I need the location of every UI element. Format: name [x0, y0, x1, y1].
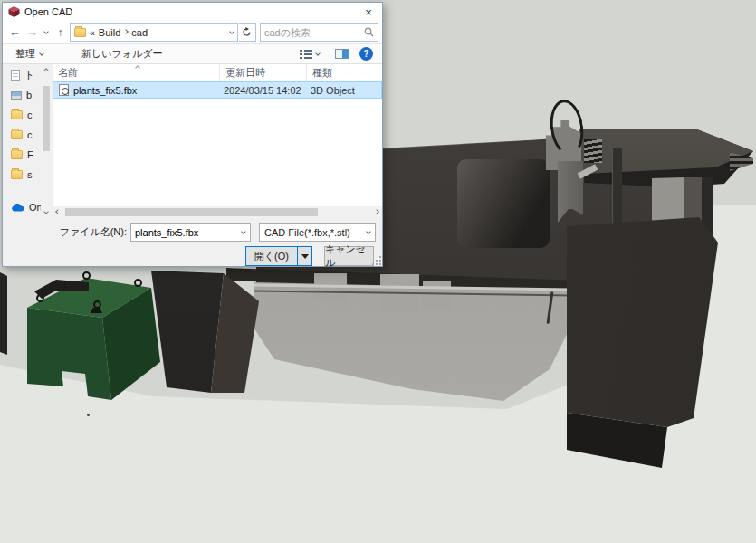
file-name: plants_fix5.fbx [73, 85, 137, 96]
file-name-label: ファイル名(N): [3, 225, 127, 239]
eyebolt [93, 300, 101, 309]
scroll-down-icon[interactable] [41, 207, 52, 218]
preview-pane-icon[interactable] [335, 49, 349, 59]
scroll-up-icon[interactable] [41, 64, 52, 75]
eyebolt [134, 279, 142, 287]
help-button[interactable]: ? [359, 47, 373, 61]
open-button[interactable]: 開く(O) [246, 247, 297, 265]
machine-fins [584, 139, 602, 163]
file-type-dropdown-icon [361, 232, 375, 233]
sidebar-scrollbar[interactable] [41, 64, 52, 218]
file-type-value: CAD File(*.fbx,*.stl) [264, 227, 350, 238]
scroll-right-icon[interactable] [371, 206, 382, 218]
file-name-input[interactable] [131, 227, 236, 238]
sidebar-item-5[interactable]: s [3, 165, 41, 185]
machine-slat [612, 148, 622, 232]
3d-object-file-icon [59, 84, 69, 96]
dialog-title: Open CAD [24, 6, 359, 17]
dialog-footer: ファイル名(N): CAD File(*.fbx,*.stl) 開く(O) キャ… [3, 218, 382, 266]
address-bar[interactable]: « Build cad [70, 23, 238, 42]
file-rows: plants_fix5.fbx 2024/03/15 14:02 3D Obje… [53, 81, 382, 206]
machine-cylinder [457, 159, 550, 248]
close-icon[interactable]: × [359, 4, 378, 20]
organize-dropdown-icon [39, 51, 44, 56]
file-type: 3D Object [305, 85, 381, 96]
sidebar-item-3[interactable]: c [3, 125, 41, 145]
onedrive-icon [11, 204, 24, 212]
refresh-icon [242, 27, 252, 37]
search-icon[interactable] [364, 27, 374, 37]
refresh-button[interactable] [239, 23, 256, 42]
document-icon [11, 70, 20, 81]
back-button[interactable]: ← [6, 24, 23, 42]
list-view-icon [300, 50, 312, 59]
command-toolbar: 整理 新しいフォルダー ? [3, 43, 382, 64]
sidebar-item-1[interactable]: b [3, 85, 41, 105]
open-split-button: 開く(O) [245, 246, 312, 266]
organize-button[interactable]: 整理 [12, 45, 47, 62]
breadcrumb-separator-icon [123, 29, 129, 34]
search-input[interactable] [264, 27, 364, 38]
breadcrumb-item-build[interactable]: Build [99, 27, 120, 38]
breadcrumb-item-cad[interactable]: cad [131, 27, 148, 38]
search-box [260, 23, 378, 42]
column-header-type[interactable]: 種類 [306, 64, 382, 81]
folder-icon [11, 130, 23, 139]
folder-icon [74, 28, 86, 37]
up-button[interactable]: ↑ [52, 24, 68, 42]
forward-button[interactable]: → [24, 24, 40, 42]
dropdown-arrow-icon [301, 254, 309, 259]
column-headers: 名前 更新日時 種類 [53, 64, 382, 81]
column-header-name[interactable]: 名前 [53, 64, 219, 81]
picture-icon [11, 91, 22, 100]
sidebar-item-4[interactable]: F [3, 145, 41, 165]
file-modified: 2024/03/15 14:02 [218, 85, 305, 96]
sidebar-item-onedrive-1[interactable]: On [3, 197, 41, 217]
horizontal-scrollbar[interactable] [53, 206, 382, 218]
new-folder-button[interactable]: 新しいフォルダー [78, 45, 167, 62]
app-icon [8, 6, 20, 17]
file-type-combobox[interactable]: CAD File(*.fbx,*.stl) [259, 223, 376, 242]
scroll-left-icon[interactable] [53, 206, 63, 218]
sidebar-item-2[interactable]: c [3, 105, 41, 125]
view-dropdown-icon [315, 51, 321, 56]
cancel-button[interactable]: キャンセル [324, 246, 374, 266]
open-dropdown-button[interactable] [297, 247, 311, 265]
folder-icon [11, 150, 23, 159]
navigation-bar: ← → ↑ « Build cad [3, 21, 382, 43]
resize-grip[interactable] [372, 256, 381, 265]
folder-icon [11, 170, 23, 179]
navigation-sidebar: ト b c c F [3, 64, 41, 218]
file-name-combobox [130, 223, 251, 242]
folder-icon [11, 110, 23, 119]
recent-locations-chevron-icon[interactable] [42, 24, 52, 42]
change-view-button[interactable] [297, 48, 322, 61]
file-row-selected[interactable]: plants_fix5.fbx 2024/03/15 14:02 3D Obje… [53, 81, 382, 99]
rail-block [423, 281, 451, 310]
file-name-dropdown-icon[interactable] [236, 232, 250, 233]
open-cad-dialog: Open CAD × ← → ↑ « Build cad [2, 2, 383, 267]
scrollbar-track[interactable] [63, 206, 371, 218]
sort-ascending-icon [135, 65, 140, 71]
scrollbar-thumb[interactable] [65, 208, 318, 216]
dialog-titlebar[interactable]: Open CAD × [3, 3, 382, 21]
column-header-modified[interactable]: 更新日時 [219, 64, 306, 81]
file-list-pane: 名前 更新日時 種類 plants_fix5.fbx [52, 64, 382, 218]
rail-block [314, 273, 347, 302]
floor-dot [87, 414, 90, 416]
address-dropdown-icon[interactable] [229, 29, 234, 34]
scrollbar-thumb[interactable] [43, 86, 50, 151]
breadcrumb-collapsed[interactable]: « [90, 27, 95, 38]
sidebar-item-0[interactable]: ト [3, 65, 41, 85]
eyebolt [82, 272, 91, 280]
cad-3d-viewport[interactable]: Open CAD × ← → ↑ « Build cad [0, 0, 756, 543]
